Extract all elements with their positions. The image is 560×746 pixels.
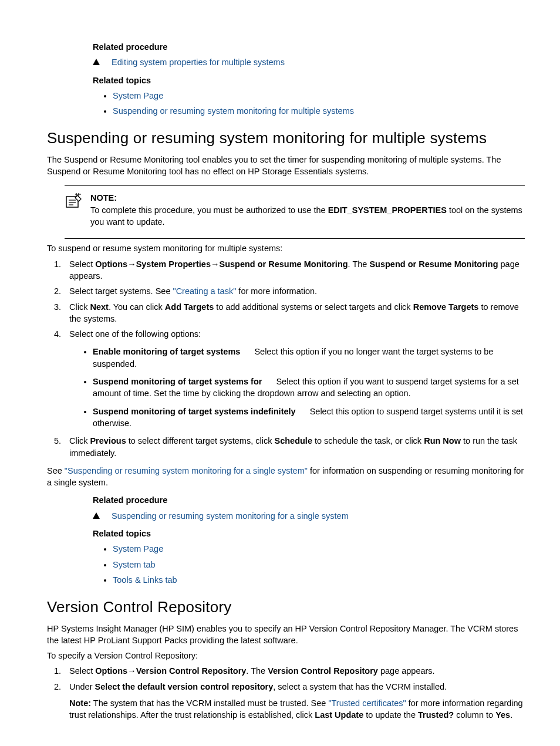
triangle-icon (93, 512, 100, 519)
triangle-icon (93, 59, 100, 65)
steps-list: Select Options→System Properties→Suspend… (47, 258, 525, 459)
step-1: Select Options→System Properties→Suspend… (63, 258, 525, 282)
related-procedure-heading-2: Related procedure (93, 494, 525, 506)
vcr-steps: Select Options→Version Control Repositor… (47, 665, 525, 721)
related-procedure-heading: Related procedure (93, 41, 525, 53)
step-3: Click Next. You can click Add Targets to… (63, 301, 525, 325)
note-icon (65, 193, 82, 210)
link-suspend-resume-multiple[interactable]: Suspending or resuming system monitoring… (113, 106, 354, 116)
link-system-tab[interactable]: System tab (113, 560, 156, 569)
option-suspend-indef: Suspend monitoring of target systems ind… (93, 406, 525, 430)
note-label: NOTE: (90, 193, 117, 202)
vcr-step-1: Select Options→Version Control Repositor… (63, 665, 525, 677)
related-topics-heading-2: Related topics (93, 528, 525, 539)
link-system-page-2[interactable]: System Page (113, 544, 163, 553)
option-suspend-for: Suspend monitoring of target systems for… (93, 376, 525, 400)
related-topics-heading: Related topics (93, 75, 525, 86)
step-2: Select target systems. See "Creating a t… (63, 285, 525, 297)
link-trusted-certificates[interactable]: "Trusted certificates" (328, 698, 406, 708)
vcr-intro: HP Systems Insight Manager (HP SIM) enab… (47, 623, 525, 647)
link-edit-system-properties[interactable]: Editing system properties for multiple s… (112, 56, 285, 68)
heading-suspend-resume: Suspending or resuming system monitoring… (47, 127, 525, 148)
vcr-step-2: Under Select the default version control… (63, 681, 525, 721)
link-creating-task[interactable]: "Creating a task" (173, 286, 237, 296)
link-system-page[interactable]: System Page (113, 91, 163, 100)
link-tools-links-tab[interactable]: Tools & Links tab (113, 575, 177, 585)
procedure-leadin: To suspend or resume system monitoring f… (47, 242, 525, 254)
step-5: Click Previous to select different targe… (63, 435, 525, 459)
option-enable: Enable monitoring of target systemsSelec… (93, 346, 525, 370)
see-also: See "Suspending or resuming system monit… (47, 465, 525, 489)
heading-vcr: Version Control Repository (47, 596, 525, 617)
link-suspend-single-2[interactable]: Suspending or resuming system monitoring… (112, 510, 349, 522)
step-4: Select one of the following options: Ena… (63, 328, 525, 429)
intro-paragraph: The Suspend or Resume Monitoring tool en… (47, 154, 525, 178)
link-suspend-single[interactable]: "Suspending or resuming system monitorin… (65, 466, 308, 475)
vcr-leadin: To specify a Version Control Repository: (47, 650, 525, 661)
note-body: To complete this procedure, you must be … (90, 205, 522, 227)
